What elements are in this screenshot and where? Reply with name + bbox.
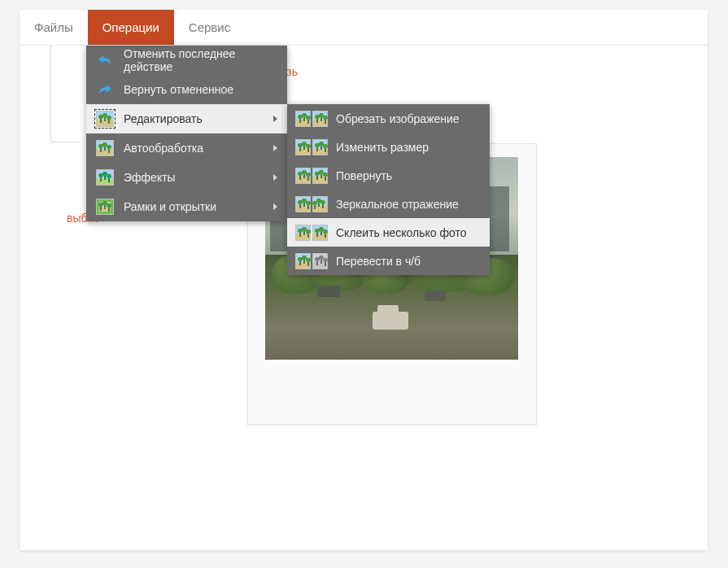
menu-item-label: Эффекты [124,171,176,184]
menubar: Файлы Операции Сервис [20,10,708,46]
bw-icon [295,253,328,269]
crop-icon [295,111,328,127]
menu-item-frames[interactable]: Рамки и открытки [86,192,287,221]
menu-item-auto[interactable]: Автообработка [86,133,287,163]
stitch-icon [295,225,328,241]
submenu-item-label: Склеить несколько фото [336,226,467,239]
undo-icon [96,51,114,69]
edit-submenu: Обрезать изображение Изменить размер Пов… [287,104,490,275]
guide-line-vertical [50,46,51,142]
rotate-icon [295,168,328,184]
submenu-arrow-icon [273,145,277,151]
redo-icon [96,81,114,98]
photo-car [317,286,340,297]
menu-item-undo[interactable]: Отменить последнее действие [86,46,287,75]
operations-dropdown: Отменить последнее действие Вернуть отме… [86,46,287,221]
menu-service[interactable]: Сервис [174,10,245,45]
submenu-arrow-icon [273,116,277,122]
menu-item-label: Рамки и открытки [124,200,216,213]
submenu-item-bw[interactable]: Перевести в ч/б [287,247,490,275]
menu-item-label: Автообработка [124,142,203,155]
submenu-arrow-icon [273,203,277,210]
submenu-item-label: Обрезать изображение [336,112,460,125]
effects-icon [96,168,114,186]
menu-item-label: Вернуть отмененное [124,83,233,96]
photo-car [373,312,408,330]
menu-item-label: Отменить последнее действие [124,47,277,73]
menu-item-label: Редактировать [124,112,203,125]
submenu-item-label: Перевести в ч/б [336,255,421,268]
submenu-item-label: Повернуть [336,169,392,182]
menu-item-effects[interactable]: Эффекты [86,163,287,192]
guide-line-horizontal [50,142,80,142]
mirror-icon [295,196,328,212]
submenu-item-rotate[interactable]: Повернуть [287,161,490,190]
edit-selection-icon [96,110,114,128]
submenu-item-resize[interactable]: Изменить размер [287,133,490,161]
menu-item-edit[interactable]: Редактировать [86,104,287,133]
resize-icon [295,139,328,155]
auto-process-icon [96,139,114,157]
menu-item-redo[interactable]: Вернуть отмененное [86,75,287,104]
frames-icon [96,198,114,216]
submenu-arrow-icon [273,174,277,181]
submenu-item-stitch[interactable]: Склеить несколько фото [287,218,490,247]
submenu-item-label: Изменить размер [336,141,429,154]
photo-car [425,291,446,301]
submenu-item-mirror[interactable]: Зеркальное отражение [287,190,490,218]
submenu-item-label: Зеркальное отражение [336,198,459,211]
menu-operations[interactable]: Операции [88,10,174,45]
app-window: обратная связь редактирование фото … и с… [20,10,708,550]
menu-files[interactable]: Файлы [20,10,88,45]
submenu-item-crop[interactable]: Обрезать изображение [287,104,490,133]
